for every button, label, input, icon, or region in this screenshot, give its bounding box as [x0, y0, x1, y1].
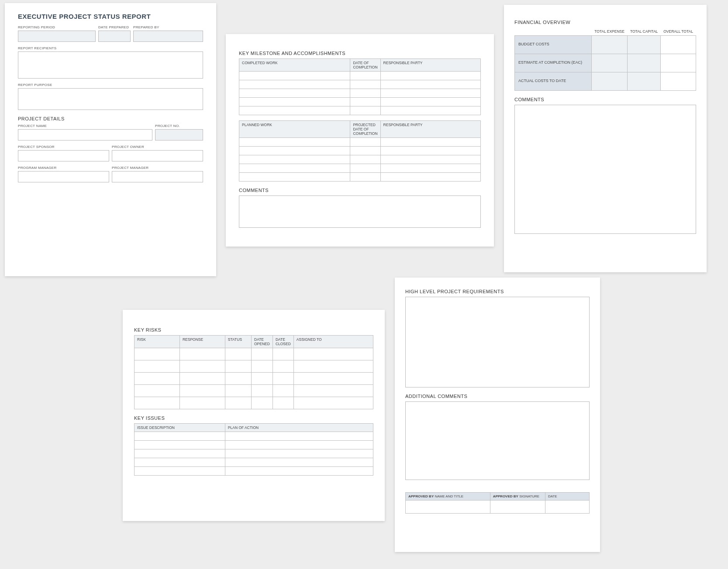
- cell-risk[interactable]: [135, 397, 180, 409]
- cell-assigned[interactable]: [293, 385, 373, 397]
- approved-date-input[interactable]: [545, 500, 589, 514]
- cell-date[interactable]: [350, 80, 380, 89]
- cell-work[interactable]: [239, 155, 350, 164]
- prepared-by-input[interactable]: [133, 31, 203, 42]
- cell-work[interactable]: [239, 138, 350, 147]
- cell-party[interactable]: [380, 80, 480, 89]
- cell-work[interactable]: [239, 80, 350, 89]
- eac-total-cell[interactable]: [661, 54, 696, 72]
- cell-date[interactable]: [350, 147, 380, 155]
- project-no-input[interactable]: [155, 129, 203, 141]
- cell-plan[interactable]: [225, 458, 373, 467]
- cell-closed[interactable]: [273, 348, 293, 360]
- cell-plan[interactable]: [225, 432, 373, 441]
- cell-risk[interactable]: [135, 373, 180, 385]
- cell-assigned[interactable]: [293, 348, 373, 360]
- date-opened-header: DATE OPENED: [252, 336, 273, 348]
- cell-status[interactable]: [225, 397, 251, 409]
- cell-desc[interactable]: [135, 467, 225, 476]
- cell-risk[interactable]: [135, 348, 180, 360]
- project-name-input[interactable]: [18, 129, 152, 141]
- cell-status[interactable]: [225, 348, 251, 360]
- cell-plan[interactable]: [225, 441, 373, 449]
- eac-expense-cell[interactable]: [592, 54, 628, 72]
- milestone-comments-input[interactable]: [239, 195, 481, 228]
- cell-work[interactable]: [239, 72, 350, 80]
- cell-assigned[interactable]: [293, 373, 373, 385]
- cell-work[interactable]: [239, 98, 350, 106]
- budget-expense-cell[interactable]: [592, 36, 628, 54]
- cell-desc[interactable]: [135, 432, 225, 441]
- cell-desc[interactable]: [135, 441, 225, 449]
- actual-expense-cell[interactable]: [592, 72, 628, 91]
- cell-desc[interactable]: [135, 458, 225, 467]
- cell-closed[interactable]: [273, 385, 293, 397]
- report-purpose-input[interactable]: [18, 88, 203, 110]
- financial-comments-input[interactable]: [514, 105, 696, 234]
- additional-comments-input[interactable]: [405, 401, 590, 480]
- cell-desc[interactable]: [135, 449, 225, 458]
- cell-opened[interactable]: [252, 348, 273, 360]
- cell-party[interactable]: [380, 106, 480, 115]
- budget-capital-cell[interactable]: [628, 36, 661, 54]
- approved-sig-input[interactable]: [490, 500, 545, 514]
- cell-status[interactable]: [225, 360, 251, 373]
- actual-capital-cell[interactable]: [628, 72, 661, 91]
- cell-status[interactable]: [225, 385, 251, 397]
- cell-closed[interactable]: [273, 397, 293, 409]
- cell-opened[interactable]: [252, 360, 273, 373]
- cell-response[interactable]: [179, 385, 225, 397]
- program-manager-input[interactable]: [18, 171, 109, 182]
- cell-date[interactable]: [350, 164, 380, 173]
- project-sponsor-input[interactable]: [18, 150, 109, 161]
- cell-party[interactable]: [380, 138, 480, 147]
- project-manager-input[interactable]: [112, 171, 203, 182]
- cell-opened[interactable]: [252, 373, 273, 385]
- cell-party[interactable]: [380, 147, 480, 155]
- cell-party[interactable]: [380, 155, 480, 164]
- cell-response[interactable]: [179, 360, 225, 373]
- cell-work[interactable]: [239, 106, 350, 115]
- cell-work[interactable]: [239, 173, 350, 182]
- cell-party[interactable]: [380, 72, 480, 80]
- cell-opened[interactable]: [252, 397, 273, 409]
- cell-work[interactable]: [239, 147, 350, 155]
- requirements-input[interactable]: [405, 297, 590, 387]
- cell-opened[interactable]: [252, 385, 273, 397]
- cell-date[interactable]: [350, 89, 380, 98]
- date-prepared-input[interactable]: [98, 31, 131, 42]
- cell-assigned[interactable]: [293, 397, 373, 409]
- prepared-by-label: PREPARED BY: [133, 25, 203, 29]
- budget-total-cell[interactable]: [661, 36, 696, 54]
- cell-closed[interactable]: [273, 360, 293, 373]
- cell-work[interactable]: [239, 89, 350, 98]
- cell-date[interactable]: [350, 138, 380, 147]
- project-owner-input[interactable]: [112, 150, 203, 161]
- cell-date[interactable]: [350, 155, 380, 164]
- cell-response[interactable]: [179, 373, 225, 385]
- cell-risk[interactable]: [135, 360, 180, 373]
- approved-name-input[interactable]: [406, 500, 490, 514]
- reporting-period-input[interactable]: [18, 31, 96, 42]
- cell-status[interactable]: [225, 373, 251, 385]
- eac-capital-cell[interactable]: [628, 54, 661, 72]
- cell-assigned[interactable]: [293, 360, 373, 373]
- actual-total-cell[interactable]: [661, 72, 696, 91]
- cell-date[interactable]: [350, 106, 380, 115]
- cell-risk[interactable]: [135, 385, 180, 397]
- cell-date[interactable]: [350, 72, 380, 80]
- report-recipients-input[interactable]: [18, 51, 203, 79]
- cell-party[interactable]: [380, 164, 480, 173]
- cell-closed[interactable]: [273, 373, 293, 385]
- cell-plan[interactable]: [225, 449, 373, 458]
- cell-work[interactable]: [239, 164, 350, 173]
- cell-response[interactable]: [179, 348, 225, 360]
- cell-plan[interactable]: [225, 467, 373, 476]
- cell-party[interactable]: [380, 98, 480, 106]
- cell-party[interactable]: [380, 173, 480, 182]
- cell-response[interactable]: [179, 397, 225, 409]
- cell-date[interactable]: [350, 98, 380, 106]
- cell-date[interactable]: [350, 173, 380, 182]
- cell-party[interactable]: [380, 89, 480, 98]
- approved-by-bold: APPROVED BY: [408, 494, 434, 498]
